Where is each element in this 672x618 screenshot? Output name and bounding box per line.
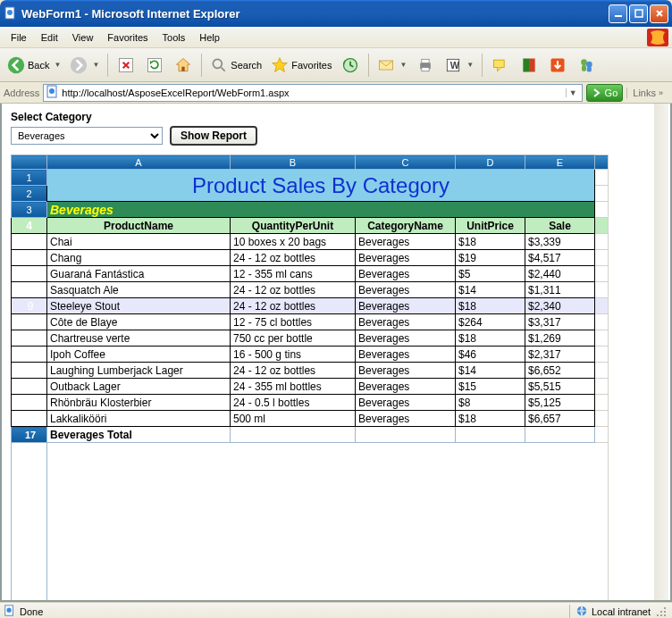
forward-button[interactable]: ▼ [66, 52, 103, 79]
cell-sale[interactable]: $6,652 [525, 363, 595, 379]
cell-qty[interactable]: 24 - 12 oz bottles [231, 282, 356, 298]
row-header[interactable]: 3 [12, 202, 47, 218]
cell-sale[interactable]: $2,340 [525, 298, 595, 314]
cell-qty[interactable]: 750 cc per bottle [231, 330, 356, 347]
col-price[interactable]: UnitPrice [456, 218, 525, 234]
menu-help[interactable]: Help [192, 29, 227, 46]
cell-qty[interactable]: 24 - 0.5 l bottles [231, 395, 356, 411]
cell-qty[interactable]: 16 - 500 g tins [231, 347, 356, 363]
minimize-button[interactable] [609, 4, 627, 23]
address-dropdown[interactable]: ▼ [566, 88, 580, 97]
row-header[interactable]: 5 [12, 234, 47, 250]
column-header[interactable]: B [231, 155, 356, 170]
row-header[interactable]: 13 [12, 363, 47, 379]
cell-product[interactable]: Laughing Lumberjack Lager [47, 363, 231, 379]
cell-cat[interactable]: Beverages [356, 411, 456, 427]
total-label[interactable]: Beverages Total [47, 427, 231, 443]
mail-button[interactable]: ▼ [374, 52, 410, 79]
cell-qty[interactable]: 24 - 12 oz bottles [231, 250, 356, 266]
col-cat[interactable]: CategoryName [356, 218, 456, 234]
cell-cat[interactable]: Beverages [356, 379, 456, 395]
menu-tools[interactable]: Tools [155, 29, 193, 46]
cell-cat[interactable]: Beverages [356, 363, 456, 379]
back-button[interactable]: Back ▼ [4, 52, 64, 79]
column-header[interactable]: D [456, 155, 525, 170]
row-header[interactable]: 15 [12, 395, 47, 411]
cell-cat[interactable]: Beverages [356, 266, 456, 282]
row-header[interactable]: 10 [12, 314, 47, 330]
messenger-button[interactable] [573, 52, 600, 79]
favorites-button[interactable]: Favorites [267, 52, 335, 79]
column-header[interactable]: C [356, 155, 456, 170]
cell-price[interactable]: $8 [456, 395, 525, 411]
links-toolbar[interactable]: Links » [626, 88, 668, 98]
cell-cat[interactable]: Beverages [356, 347, 456, 363]
cell-product[interactable]: Ipoh Coffee [47, 347, 231, 363]
cell-qty[interactable]: 10 boxes x 20 bags [231, 234, 356, 250]
cell-sale[interactable]: $6,657 [525, 411, 595, 427]
cell-sale[interactable]: $1,311 [525, 282, 595, 298]
cell-product[interactable]: Guaraná Fantástica [47, 266, 231, 282]
menu-file[interactable]: File [4, 29, 34, 46]
row-header[interactable]: 1 [12, 170, 47, 186]
col-product[interactable]: ProductName [47, 218, 231, 234]
menu-edit[interactable]: Edit [34, 29, 65, 46]
cell-qty[interactable]: 24 - 12 oz bottles [231, 298, 356, 314]
row-header[interactable]: 11 [12, 330, 47, 347]
menu-view[interactable]: View [65, 29, 101, 46]
cell-cat[interactable]: Beverages [356, 250, 456, 266]
category-name-cell[interactable]: Beverages [47, 202, 595, 218]
row-header[interactable]: 16 [12, 411, 47, 427]
cell-sale[interactable]: $3,339 [525, 234, 595, 250]
row-header[interactable]: 7 [12, 266, 47, 282]
row-header[interactable]: 2 [12, 186, 47, 202]
address-input[interactable] [60, 88, 565, 98]
report-title[interactable]: Product Sales By Category [47, 170, 595, 202]
cell-product[interactable]: Steeleye Stout [47, 298, 231, 314]
column-header[interactable]: E [525, 155, 595, 170]
discuss-button[interactable] [487, 52, 514, 79]
refresh-button[interactable] [141, 52, 168, 79]
cell-price[interactable]: $18 [456, 298, 525, 314]
cell-cat[interactable]: Beverages [356, 234, 456, 250]
cell-price[interactable]: $5 [456, 266, 525, 282]
cell-sale[interactable]: $1,269 [525, 330, 595, 347]
cell-price[interactable]: $18 [456, 411, 525, 427]
cell-product[interactable]: Sasquatch Ale [47, 282, 231, 298]
cell-sale[interactable]: $2,440 [525, 266, 595, 282]
home-button[interactable] [170, 52, 197, 79]
category-select[interactable]: Beverages [11, 127, 163, 145]
row-header[interactable]: 17 [12, 427, 47, 443]
column-header[interactable]: A [47, 155, 231, 170]
menu-favorites[interactable]: Favorites [100, 29, 155, 46]
cell-sale[interactable]: $5,125 [525, 395, 595, 411]
cell-price[interactable]: $18 [456, 330, 525, 347]
row-header[interactable]: 14 [12, 379, 47, 395]
cell-qty[interactable]: 500 ml [231, 411, 356, 427]
cell-product[interactable]: Chartreuse verte [47, 330, 231, 347]
cell-price[interactable]: $15 [456, 379, 525, 395]
cell-cat[interactable]: Beverages [356, 282, 456, 298]
edit-button[interactable]: W ▼ [441, 52, 477, 79]
cell-qty[interactable]: 12 - 75 cl bottles [231, 314, 356, 330]
select-all-cell[interactable] [12, 155, 47, 170]
resize-grip-icon[interactable] [654, 605, 668, 619]
cell-product[interactable]: Outback Lager [47, 379, 231, 395]
history-button[interactable] [337, 52, 364, 79]
cell-price[interactable]: $264 [456, 314, 525, 330]
cell-price[interactable]: $18 [456, 234, 525, 250]
cell-cat[interactable]: Beverages [356, 298, 456, 314]
extension-button-1[interactable] [544, 52, 571, 79]
search-button[interactable]: Search [206, 52, 265, 79]
col-sale[interactable]: Sale [525, 218, 595, 234]
cell-price[interactable]: $14 [456, 282, 525, 298]
vertical-scrollbar[interactable] [654, 104, 668, 600]
col-qty[interactable]: QuantityPerUnit [231, 218, 356, 234]
column-header-empty[interactable] [595, 155, 609, 170]
show-report-button[interactable]: Show Report [170, 126, 257, 146]
cell-price[interactable]: $46 [456, 347, 525, 363]
cell-product[interactable]: Chai [47, 234, 231, 250]
cell-cat[interactable]: Beverages [356, 395, 456, 411]
go-button[interactable]: Go [586, 84, 624, 102]
cell-product[interactable]: Chang [47, 250, 231, 266]
